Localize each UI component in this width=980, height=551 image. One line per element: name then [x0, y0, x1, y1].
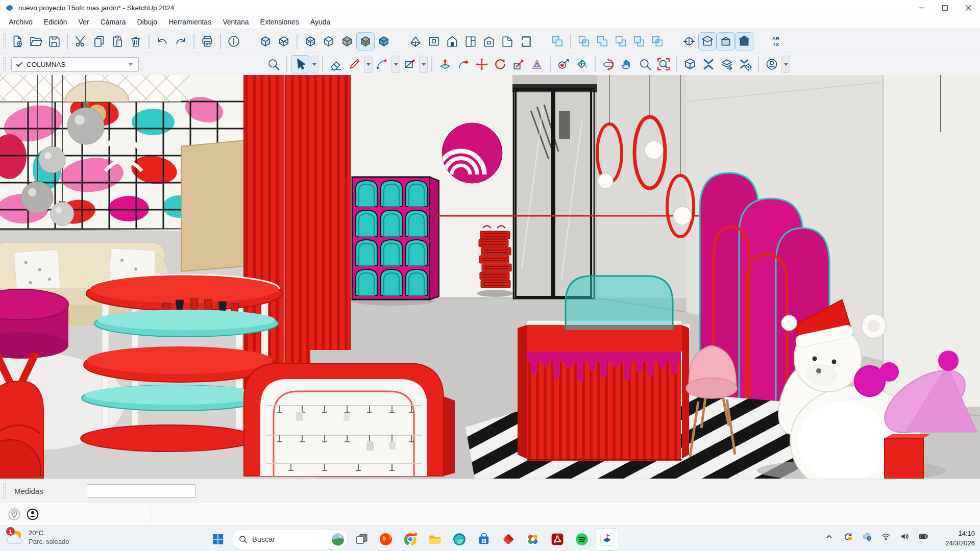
menu-extensiones[interactable]: Extensiones: [255, 16, 305, 28]
microsoft-store-taskbar-icon[interactable]: [473, 529, 495, 550]
maximize-button[interactable]: [933, 0, 957, 15]
eraser-icon[interactable]: [327, 55, 345, 73]
display-section-cuts-icon[interactable]: [717, 32, 735, 51]
save-icon[interactable]: [45, 32, 63, 51]
pan-icon[interactable]: [618, 55, 636, 73]
extension-warehouse-icon[interactable]: [699, 55, 718, 73]
zoom-icon[interactable]: [636, 55, 654, 73]
view-iso-icon[interactable]: [406, 32, 425, 51]
search-icon[interactable]: [264, 55, 283, 73]
volume-icon[interactable]: [898, 530, 911, 543]
view-top-icon[interactable]: [425, 32, 443, 51]
style-hidden-line-icon[interactable]: [320, 32, 338, 51]
chrome-taskbar-icon[interactable]: [400, 529, 421, 550]
info-icon[interactable]: [225, 32, 243, 51]
copy-icon[interactable]: [90, 32, 108, 51]
arcs-icon[interactable]: [373, 55, 391, 73]
cloud-icon[interactable]: [861, 530, 873, 543]
dropdown-caret[interactable]: [391, 56, 400, 73]
send-to-layout-icon[interactable]: [718, 55, 736, 73]
taskbar-clock[interactable]: 14:10 24/3/2026: [945, 529, 975, 548]
view-front-icon[interactable]: [443, 32, 461, 51]
orbit-icon[interactable]: [599, 55, 618, 73]
view-back-icon[interactable]: [480, 32, 498, 51]
viewport-3d-model[interactable]: [0, 75, 980, 479]
geolocation-icon[interactable]: [8, 508, 20, 522]
view-right-icon[interactable]: [461, 32, 480, 51]
photos-taskbar-icon[interactable]: [522, 529, 544, 550]
toolbar-grip[interactable]: [3, 33, 6, 49]
search-input[interactable]: Buscar: [232, 529, 348, 549]
toolbar-grip[interactable]: [3, 57, 6, 72]
follow-me-icon[interactable]: [454, 55, 473, 73]
dropdown-caret[interactable]: [364, 56, 373, 73]
account-icon[interactable]: [763, 55, 781, 73]
file-explorer-taskbar-icon[interactable]: [424, 529, 446, 550]
dropdown-caret[interactable]: [419, 56, 428, 73]
display-section-fill-icon[interactable]: [735, 32, 753, 51]
extension-manager-icon[interactable]: [736, 55, 754, 73]
menu-dibujo[interactable]: Dibujo: [131, 16, 163, 28]
print-icon[interactable]: [198, 32, 216, 51]
battery-icon[interactable]: [917, 530, 930, 543]
zoom-extents-icon[interactable]: [654, 55, 673, 73]
open-folder-icon[interactable]: [27, 32, 45, 51]
view-left-icon[interactable]: [498, 32, 517, 51]
sync-icon[interactable]: [842, 530, 854, 543]
cut-icon[interactable]: [71, 32, 90, 51]
firefox-taskbar-icon[interactable]: [375, 529, 397, 550]
dropdown-caret[interactable]: [310, 56, 318, 73]
wifi-icon[interactable]: [879, 530, 892, 543]
rotate-icon[interactable]: [491, 55, 509, 73]
undo-icon[interactable]: [153, 32, 172, 51]
style-monochrome-icon[interactable]: [375, 32, 393, 51]
style-back-edges-icon[interactable]: [275, 32, 293, 51]
select-icon[interactable]: [291, 55, 309, 73]
display-section-planes-icon[interactable]: [698, 32, 717, 51]
style-wireframe-icon[interactable]: [301, 32, 320, 51]
trash-icon[interactable]: [127, 32, 145, 51]
section-plane-icon[interactable]: [680, 32, 698, 51]
solid-split-icon[interactable]: [648, 32, 667, 51]
menu-ventana[interactable]: Ventana: [217, 16, 254, 28]
tag-dropdown[interactable]: COLUMNAS: [11, 57, 139, 72]
paste-icon[interactable]: [108, 32, 127, 51]
menu-archivo[interactable]: Archivo: [3, 16, 38, 28]
minimize-button[interactable]: [910, 0, 933, 15]
start-button[interactable]: [207, 529, 229, 550]
solid-trim-icon[interactable]: [630, 32, 648, 51]
dropdown-caret[interactable]: [781, 56, 790, 73]
ar-tx-icon[interactable]: ARTX: [767, 32, 785, 51]
toolbar-grip[interactable]: [3, 483, 6, 499]
chevron-up-icon[interactable]: [823, 530, 836, 543]
style-textured-icon[interactable]: [356, 32, 375, 51]
tape-measure-icon[interactable]: [554, 55, 573, 73]
menu-herramientas[interactable]: Herramientas: [163, 16, 217, 28]
redo-icon[interactable]: [172, 32, 190, 51]
solid-outer-shell-icon[interactable]: [548, 32, 567, 51]
solid-union-icon[interactable]: [593, 32, 611, 51]
solid-subtract-icon[interactable]: [611, 32, 630, 51]
menu-ayuda[interactable]: Ayuda: [305, 16, 336, 28]
shapes-icon[interactable]: [400, 55, 419, 73]
new-file-icon[interactable]: [8, 32, 27, 51]
measurements-input[interactable]: [87, 484, 196, 498]
menu-camara[interactable]: Cámara: [95, 16, 132, 28]
credits-icon[interactable]: [27, 508, 39, 522]
push-pull-icon[interactable]: [436, 55, 454, 73]
style-xray-icon[interactable]: [256, 32, 275, 51]
offset-icon[interactable]: [528, 55, 546, 73]
paint-bucket-icon[interactable]: [573, 55, 591, 73]
sketchup-taskbar-icon[interactable]: [596, 528, 618, 550]
solid-intersect-icon[interactable]: [575, 32, 593, 51]
layout-taskbar-icon[interactable]: [498, 529, 519, 550]
close-button[interactable]: [957, 0, 980, 15]
move-icon[interactable]: [473, 55, 491, 73]
pencil-icon[interactable]: [345, 55, 363, 73]
task-view-taskbar-icon[interactable]: [351, 529, 372, 550]
menu-edicion[interactable]: Edición: [38, 16, 73, 28]
spotify-taskbar-icon[interactable]: [571, 529, 593, 550]
style-shaded-icon[interactable]: [338, 32, 356, 51]
view-section-icon[interactable]: [517, 32, 535, 51]
weather-widget[interactable]: 1 20°C Parc. soleado: [5, 528, 69, 547]
